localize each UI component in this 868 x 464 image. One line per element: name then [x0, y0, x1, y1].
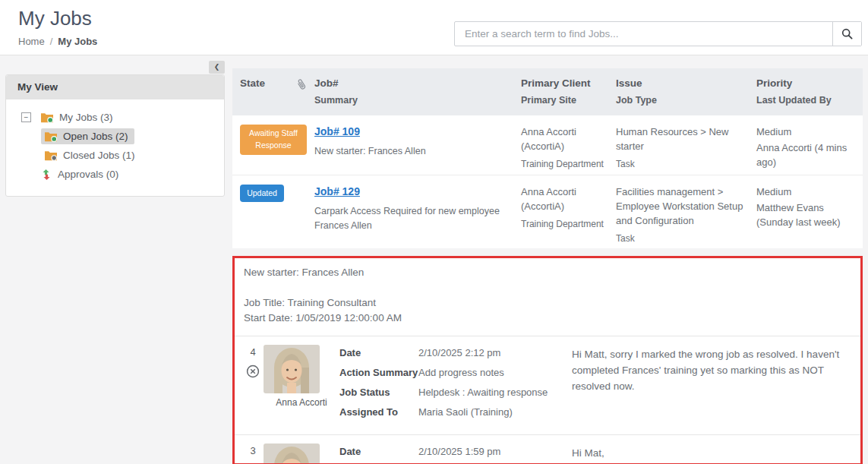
- sidebar-item-label: Open Jobs (2): [63, 131, 128, 142]
- breadcrumb-current: My Jobs: [58, 36, 97, 47]
- breadcrumb-separator: /: [50, 36, 53, 47]
- job-summary: New starter: Frances Allen: [314, 144, 521, 159]
- main-area: State Job# Summary Primary Client Primar…: [232, 55, 863, 464]
- column-header-state[interactable]: State: [240, 77, 296, 99]
- job-detail-panel: New starter: Frances Allen Job Title: Tr…: [232, 256, 863, 464]
- field-label-date: Date: [339, 346, 418, 360]
- note-message: Hi Matt, sorry I marked the wrong job as…: [566, 345, 860, 425]
- field-value-action-summary: Add progress notes: [418, 366, 504, 380]
- job-row-109[interactable]: Awaiting Staff Response Job# 109 New sta…: [232, 115, 863, 175]
- sidebar-item-my-jobs[interactable]: − My Jobs (3): [6, 108, 224, 127]
- field-label-job-status: Job Status: [339, 386, 418, 399]
- circle-x-icon: [246, 365, 260, 378]
- last-updated-by: Anna Accorti (4 mins ago): [756, 140, 863, 169]
- field-value-assigned-to: Maria Saoli (Training): [418, 406, 513, 419]
- field-value-job-status: Helpdesk : Awaiting response: [418, 386, 548, 399]
- issue: Human Resources > New starter: [616, 125, 756, 153]
- tree-expander-icon[interactable]: −: [21, 112, 31, 122]
- column-header-priority[interactable]: Priority: [756, 77, 863, 89]
- sidebar: ❮ My View − My Jobs (3): [5, 55, 225, 197]
- paperclip-icon: [294, 77, 310, 93]
- job-number-link[interactable]: Job# 109: [314, 125, 360, 137]
- field-label-action-summary: Action Summary: [339, 366, 418, 380]
- issue: Facilities management > Employee Worksta…: [616, 185, 756, 229]
- primary-site: Training Department: [521, 219, 616, 229]
- primary-client: Anna Accorti (AccortiA): [521, 185, 616, 213]
- job-type: Task: [616, 159, 756, 169]
- search-button[interactable]: [832, 22, 861, 46]
- primary-client: Anna Accorti (AccortiA): [521, 125, 616, 153]
- jobs-tree: − My Jobs (3): [6, 108, 224, 184]
- primary-site: Training Department: [521, 159, 616, 169]
- avatar: [264, 443, 320, 464]
- field-label-assigned-to: Assigned To: [339, 406, 418, 419]
- jobs-table-header: State Job# Summary Primary Client Primar…: [232, 68, 863, 115]
- progress-note: 4: [235, 336, 860, 434]
- approvals-icon: [40, 169, 52, 181]
- sidebar-item-label: Closed Jobs (1): [63, 150, 135, 161]
- note-number: 3: [250, 445, 255, 456]
- top-header: My Jobs Home/My Jobs: [0, 0, 868, 55]
- last-updated-by: Matthew Evans (Sunday last week): [756, 200, 863, 229]
- column-header-client[interactable]: Primary Client: [521, 77, 616, 89]
- folder-open-icon: [44, 131, 58, 142]
- job-summary: Carpark Access Required for new employee…: [314, 204, 521, 234]
- column-subheader-summary[interactable]: Summary: [314, 95, 521, 106]
- state-badge: Updated: [240, 185, 284, 203]
- content-area: ❮ My View − My Jobs (3): [0, 55, 868, 464]
- folder-open-icon: [40, 112, 54, 123]
- search-icon: [841, 28, 853, 39]
- job-row-129[interactable]: Updated Job# 129 Carpark Access Required…: [232, 175, 863, 249]
- note-author: Anna Accorti: [276, 397, 327, 408]
- sidebar-item-label: My Jobs (3): [59, 112, 113, 123]
- search-input[interactable]: [455, 22, 832, 46]
- column-subheader-updatedby[interactable]: Last Updated By: [756, 95, 863, 106]
- job-type: Task: [616, 233, 756, 244]
- priority: Medium: [756, 125, 863, 139]
- sidebar-item-label: Approvals (0): [58, 169, 118, 180]
- field-value-date: 2/10/2025 1:59 pm: [418, 445, 500, 459]
- column-subheader-site[interactable]: Primary Site: [521, 95, 616, 106]
- field-label-date: Date: [339, 445, 418, 459]
- sidebar-item-open-jobs[interactable]: Open Jobs (2): [6, 127, 224, 146]
- job-number-link[interactable]: Job# 129: [314, 185, 360, 197]
- note-number: 4: [250, 346, 255, 358]
- note-message: Hi Mat, Training has been completed and …: [566, 443, 860, 464]
- progress-note: 3: [235, 434, 860, 464]
- my-view-header: My View: [6, 75, 224, 99]
- avatar: [264, 345, 320, 393]
- column-header-issue[interactable]: Issue: [616, 77, 756, 89]
- folder-closed-icon: [44, 150, 58, 161]
- job-detail-summary: New starter: Frances Allen Job Title: Tr…: [235, 258, 860, 336]
- column-header-job[interactable]: Job#: [314, 77, 521, 89]
- search-box: [454, 21, 862, 46]
- field-value-date: 2/10/2025 2:12 pm: [418, 346, 500, 360]
- sidebar-item-closed-jobs[interactable]: Closed Jobs (1): [6, 146, 224, 165]
- sidebar-collapse-button[interactable]: ❮: [209, 61, 225, 74]
- breadcrumb-home[interactable]: Home: [18, 36, 45, 47]
- column-subheader-jobtype[interactable]: Job Type: [616, 95, 756, 106]
- jobs-table: State Job# Summary Primary Client Primar…: [232, 68, 863, 248]
- sidebar-item-approvals[interactable]: Approvals (0): [6, 165, 224, 184]
- my-view-panel: My View − My Jobs (3): [5, 74, 225, 197]
- priority: Medium: [756, 185, 863, 199]
